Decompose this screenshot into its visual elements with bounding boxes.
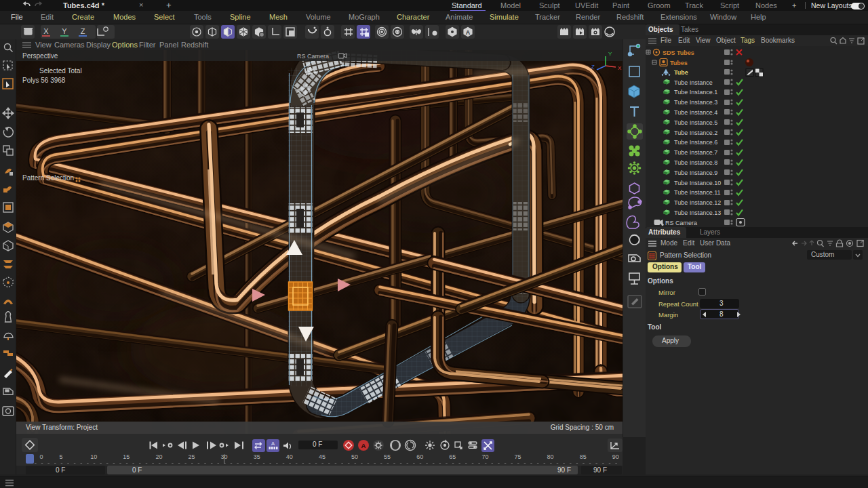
svg-text:15: 15 xyxy=(123,453,130,460)
svg-text:Tubes: Tubes xyxy=(670,60,688,66)
svg-text:Tube Instance.9: Tube Instance.9 xyxy=(674,169,717,176)
svg-text:60: 60 xyxy=(416,453,423,460)
svg-text:90: 90 xyxy=(612,453,619,460)
svg-text:Tube Instance.3: Tube Instance.3 xyxy=(674,99,717,106)
svg-text:A: A xyxy=(271,441,275,447)
svg-text:5: 5 xyxy=(60,453,63,460)
svg-text:A: A xyxy=(466,29,471,36)
svg-text:Selected Total: Selected Total xyxy=(39,67,82,75)
svg-text:55: 55 xyxy=(384,453,391,460)
svg-text:Tube Instance.6: Tube Instance.6 xyxy=(674,139,717,146)
svg-text:Tube Instance.1: Tube Instance.1 xyxy=(674,89,717,96)
svg-text:Z: Z xyxy=(591,64,595,70)
svg-text:0: 0 xyxy=(39,453,43,460)
svg-text:RS Camera: RS Camera xyxy=(665,220,697,226)
svg-text:Tube Instance.11: Tube Instance.11 xyxy=(674,189,721,196)
svg-text:X: X xyxy=(618,65,622,71)
svg-text:Tube Instance.7: Tube Instance.7 xyxy=(674,149,717,156)
svg-text:45: 45 xyxy=(319,453,326,460)
svg-text:Perspective: Perspective xyxy=(22,52,58,60)
svg-text:RS Camera: RS Camera xyxy=(297,53,329,60)
svg-text:85: 85 xyxy=(580,453,587,460)
svg-text:Y: Y xyxy=(608,51,612,57)
svg-text:Tube Instance: Tube Instance xyxy=(674,79,713,86)
svg-text:Tube Instance.2: Tube Instance.2 xyxy=(674,129,717,136)
svg-text:70: 70 xyxy=(481,453,488,460)
svg-text:Y: Y xyxy=(62,27,67,35)
svg-text:Tube Instance.13: Tube Instance.13 xyxy=(674,209,721,216)
svg-text:Tube Instance.8: Tube Instance.8 xyxy=(674,159,717,166)
svg-text:10: 10 xyxy=(90,453,97,460)
svg-text:40: 40 xyxy=(286,453,293,460)
svg-text:50: 50 xyxy=(351,453,358,460)
svg-text:35: 35 xyxy=(254,453,260,460)
svg-text:SDS Tubes: SDS Tubes xyxy=(663,49,694,56)
svg-text:75: 75 xyxy=(514,453,521,460)
svg-text:X: X xyxy=(43,27,49,35)
svg-text:Tube Instance.5: Tube Instance.5 xyxy=(674,119,717,126)
svg-text:View Transform: Project: View Transform: Project xyxy=(26,424,98,431)
svg-text:Grid Spacing : 50 cm: Grid Spacing : 50 cm xyxy=(551,424,614,431)
svg-text:65: 65 xyxy=(449,453,456,460)
svg-text:Z: Z xyxy=(81,27,85,35)
svg-text:Tube Instance.10: Tube Instance.10 xyxy=(674,180,721,186)
svg-text:Tube Instance.12: Tube Instance.12 xyxy=(674,199,721,206)
svg-text:A: A xyxy=(361,442,366,449)
svg-text:80: 80 xyxy=(547,453,554,460)
svg-text:Tube Instance.4: Tube Instance.4 xyxy=(674,109,717,116)
svg-text:Polys 56 3968: Polys 56 3968 xyxy=(22,77,66,84)
svg-text:20: 20 xyxy=(155,453,162,460)
svg-text:Pattern Selection: Pattern Selection xyxy=(22,174,74,182)
svg-text:25: 25 xyxy=(188,453,195,460)
svg-text:Tube: Tube xyxy=(674,69,688,76)
